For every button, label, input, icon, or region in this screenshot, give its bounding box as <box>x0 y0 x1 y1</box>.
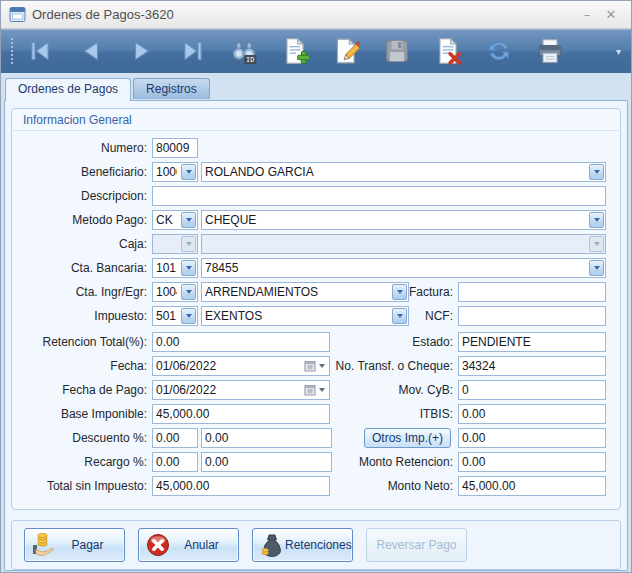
numero-value[interactable] <box>153 139 197 157</box>
beneficiario-name-value[interactable] <box>202 163 588 181</box>
monto-neto-input[interactable] <box>458 476 606 496</box>
chevron-down-icon[interactable] <box>589 260 604 276</box>
chevron-down-icon[interactable] <box>589 164 604 180</box>
base-imponible-value[interactable] <box>153 405 329 423</box>
fecha-pago-value[interactable] <box>153 381 302 399</box>
chevron-down-icon[interactable] <box>589 212 604 228</box>
descuento-pct-input[interactable] <box>152 428 198 448</box>
tab-ordenes-de-pagos[interactable]: Ordenes de Pagos <box>5 78 131 101</box>
retencion-total-input[interactable] <box>152 332 330 352</box>
no-transf-cheque-input[interactable] <box>458 356 606 376</box>
chevron-down-icon <box>319 388 325 392</box>
ncf-value[interactable] <box>459 307 605 325</box>
recargo-amount-input[interactable] <box>201 452 332 472</box>
beneficiario-name-combo[interactable] <box>201 162 606 182</box>
recargo-amount-value[interactable] <box>202 453 331 471</box>
metodo-pago-code-value[interactable] <box>153 211 180 229</box>
itbis-input[interactable] <box>458 404 606 424</box>
descuento-amount-value[interactable] <box>202 429 331 447</box>
total-sin-impuesto-value[interactable] <box>153 477 329 495</box>
chevron-down-icon[interactable] <box>392 308 407 324</box>
cta-bancaria-code-value[interactable] <box>153 259 180 277</box>
retenciones-button[interactable]: Retenciones <box>252 528 353 562</box>
impuesto-name-value[interactable] <box>202 307 391 325</box>
itbis-value[interactable] <box>459 405 605 423</box>
pagar-button[interactable]: Pagar <box>24 528 125 562</box>
chevron-down-icon[interactable] <box>181 212 196 228</box>
cta-ingr-egr-name-combo[interactable] <box>201 282 409 302</box>
first-record-button[interactable] <box>23 34 57 68</box>
print-icon <box>536 37 564 65</box>
total-sin-impuesto-input[interactable] <box>152 476 330 496</box>
toolbar-grip[interactable] <box>11 38 14 64</box>
recargo-pct-input[interactable] <box>152 452 198 472</box>
otros-imp-value[interactable] <box>459 429 605 447</box>
cta-bancaria-name-value[interactable] <box>202 259 588 277</box>
chevron-down-icon[interactable] <box>181 164 196 180</box>
toolbar-overflow-icon[interactable]: ▾ <box>616 46 623 57</box>
fecha-pago-datepicker[interactable] <box>152 380 330 400</box>
delete-record-button[interactable] <box>431 34 465 68</box>
next-record-button[interactable] <box>125 34 159 68</box>
cta-ingr-egr-code-combo[interactable] <box>152 282 198 302</box>
chevron-down-icon[interactable] <box>181 308 196 324</box>
base-imponible-input[interactable] <box>152 404 330 424</box>
beneficiario-code-combo[interactable] <box>152 162 198 182</box>
cta-bancaria-label: Cta. Bancaria: <box>20 261 152 275</box>
app-window: Ordenes de Pagos-3620 – ✕ <box>0 0 632 573</box>
datepicker-button[interactable] <box>302 360 329 372</box>
monto-neto-value[interactable] <box>459 477 605 495</box>
retencion-total-value[interactable] <box>153 333 329 351</box>
estado-value[interactable] <box>459 333 605 351</box>
descripcion-input[interactable] <box>152 186 606 206</box>
chevron-down-icon[interactable] <box>181 260 196 276</box>
cta-bancaria-name-combo[interactable] <box>201 258 606 278</box>
impuesto-code-value[interactable] <box>153 307 180 325</box>
metodo-pago-name-value[interactable] <box>202 211 588 229</box>
monto-retencion-input[interactable] <box>458 452 606 472</box>
otros-imp-input[interactable] <box>458 428 606 448</box>
factura-input[interactable] <box>458 282 606 302</box>
chevron-down-icon[interactable] <box>392 284 407 300</box>
cta-ingr-egr-code-value[interactable] <box>153 283 180 301</box>
monto-retencion-value[interactable] <box>459 453 605 471</box>
impuesto-code-combo[interactable] <box>152 306 198 326</box>
descuento-amount-input[interactable] <box>201 428 332 448</box>
metodo-pago-name-combo[interactable] <box>201 210 606 230</box>
fecha-value[interactable] <box>153 357 302 375</box>
datepicker-button[interactable] <box>302 384 329 396</box>
factura-label: Factura: <box>409 285 458 299</box>
factura-value[interactable] <box>459 283 605 301</box>
new-record-icon <box>281 37 309 65</box>
row-numero: Numero: <box>20 138 606 158</box>
print-button[interactable] <box>533 34 567 68</box>
refresh-button[interactable] <box>482 34 516 68</box>
fecha-datepicker[interactable] <box>152 356 330 376</box>
descuento-pct-value[interactable] <box>153 429 197 447</box>
calendar-icon <box>304 360 316 372</box>
previous-record-button[interactable] <box>74 34 108 68</box>
metodo-pago-code-combo[interactable] <box>152 210 198 230</box>
beneficiario-code-value[interactable] <box>153 163 180 181</box>
recargo-pct-value[interactable] <box>153 453 197 471</box>
new-record-button[interactable] <box>278 34 312 68</box>
descripcion-value[interactable] <box>153 187 605 205</box>
chevron-down-icon[interactable] <box>181 284 196 300</box>
search-by-id-button[interactable]: ID <box>227 34 261 68</box>
cta-ingr-egr-name-value[interactable] <box>202 283 391 301</box>
otros-imp-button[interactable]: Otros Imp.(+) <box>364 428 451 448</box>
minimize-button[interactable]: – <box>575 7 599 22</box>
ncf-input[interactable] <box>458 306 606 326</box>
anular-button[interactable]: Anular <box>138 528 239 562</box>
impuesto-name-combo[interactable] <box>201 306 409 326</box>
tab-registros[interactable]: Registros <box>133 78 210 99</box>
last-record-button[interactable] <box>176 34 210 68</box>
mov-cyb-value[interactable] <box>459 381 605 399</box>
close-button[interactable]: ✕ <box>599 7 623 22</box>
numero-input[interactable] <box>152 138 198 158</box>
edit-record-button[interactable] <box>329 34 363 68</box>
estado-input[interactable] <box>458 332 606 352</box>
no-transf-cheque-value[interactable] <box>459 357 605 375</box>
mov-cyb-input[interactable] <box>458 380 606 400</box>
cta-bancaria-code-combo[interactable] <box>152 258 198 278</box>
